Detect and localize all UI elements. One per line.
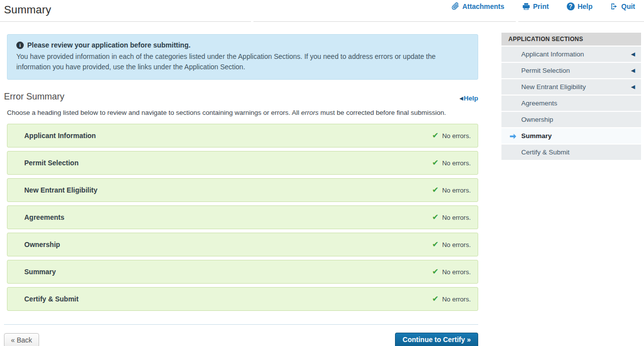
section-row-label: Agreements (24, 213, 64, 221)
sidebar-item-applicant-information[interactable]: Applicant Information ◀ (501, 47, 641, 63)
sign-out-icon (610, 2, 618, 10)
section-row-label: Summary (24, 268, 56, 276)
application-sections-sidebar: APPLICATION SECTIONS Applicant Informati… (501, 33, 641, 161)
quit-link[interactable]: Quit (610, 2, 635, 10)
status-text: No errors. (442, 214, 471, 221)
print-label: Print (533, 2, 549, 10)
status-text: No errors. (442, 132, 471, 140)
help-link-label: Help (464, 95, 478, 102)
section-row-status: ✔ No errors. (432, 295, 471, 303)
section-row-agreements[interactable]: Agreements ✔ No errors. (7, 205, 478, 229)
paperclip-icon (451, 2, 459, 10)
sidebar-item-label: Permit Selection (521, 67, 570, 74)
printer-icon (522, 2, 530, 10)
status-text: No errors. (442, 268, 471, 276)
check-icon: ✔ (432, 132, 439, 140)
sidebar-item-label: Applicant Information (521, 50, 584, 58)
sidebar-item-label: Certify & Submit (521, 148, 570, 156)
section-row-certify-submit[interactable]: Certify & Submit ✔ No errors. (7, 287, 478, 311)
section-row-label: Applicant Information (24, 132, 96, 140)
footer-divider (4, 324, 478, 325)
sidebar-item-permit-selection[interactable]: Permit Selection ◀ (501, 63, 641, 79)
collapse-triangle-icon[interactable]: ◀ (631, 84, 635, 90)
notice-heading-text: Please review your application before su… (27, 41, 191, 49)
print-link[interactable]: Print (522, 2, 549, 10)
section-row-status: ✔ No errors. (432, 241, 471, 248)
attachments-link[interactable]: Attachments (451, 2, 504, 10)
error-summary-header: Error Summary ◀ Help (4, 92, 478, 102)
chevron-left-icon: ◀ (459, 96, 463, 101)
notice-body: You have provided information in each of… (16, 51, 462, 72)
collapse-triangle-icon[interactable]: ◀ (631, 51, 635, 57)
section-row-ownership[interactable]: Ownership ✔ No errors. (7, 233, 478, 256)
back-button[interactable]: « Back (4, 333, 39, 346)
check-icon: ✔ (432, 159, 439, 167)
error-summary-help-link[interactable]: ◀ Help (459, 95, 478, 102)
error-summary-instructions: Choose a heading listed below to review … (7, 109, 478, 116)
notice-heading: i Please review your application before … (16, 41, 469, 49)
sidebar-item-label: New Entrant Eligibility (521, 83, 586, 91)
error-summary-list: Applicant Information ✔ No errors. Permi… (7, 124, 478, 311)
section-row-status: ✔ No errors. (432, 213, 471, 221)
error-summary-title: Error Summary (4, 92, 64, 102)
check-icon: ✔ (432, 268, 439, 276)
sidebar-item-label: Agreements (521, 99, 557, 107)
main-content: i Please review your application before … (7, 22, 478, 346)
footer-buttons: « Back Continue to Certify » (4, 333, 478, 346)
section-row-status: ✔ No errors. (432, 186, 471, 194)
collapse-triangle-icon[interactable]: ◀ (631, 67, 635, 74)
status-text: No errors. (442, 296, 471, 303)
sidebar-title: APPLICATION SECTIONS (501, 33, 641, 47)
sidebar-item-label: Summary (521, 132, 552, 140)
review-notice-box: i Please review your application before … (7, 34, 478, 80)
quit-label: Quit (621, 2, 635, 10)
info-icon: i (16, 42, 24, 49)
status-text: No errors. (442, 159, 471, 167)
instructions-prefix: Choose a heading listed below to review … (7, 109, 301, 116)
section-row-label: Ownership (24, 241, 60, 248)
section-row-new-entrant-eligibility[interactable]: New Entrant Eligibility ✔ No errors. (7, 178, 478, 202)
section-row-summary[interactable]: Summary ✔ No errors. (7, 260, 478, 284)
section-row-label: Permit Selection (24, 159, 79, 167)
section-row-label: New Entrant Eligibility (24, 186, 98, 194)
section-row-status: ✔ No errors. (432, 132, 471, 140)
help-label-top: Help (578, 2, 593, 10)
section-row-status: ✔ No errors. (432, 159, 471, 167)
help-link-top[interactable]: ? Help (567, 2, 593, 10)
sidebar-item-label: Ownership (521, 116, 553, 123)
status-text: No errors. (442, 241, 471, 248)
current-section-arrow-icon (509, 132, 517, 142)
check-icon: ✔ (432, 213, 439, 221)
section-row-applicant-information[interactable]: Applicant Information ✔ No errors. (7, 124, 478, 148)
instructions-suffix: must be corrected before final submissio… (319, 109, 446, 116)
section-row-status: ✔ No errors. (432, 268, 471, 276)
check-icon: ✔ (432, 295, 439, 303)
page-header: Summary Attachments Print ? Help Quit (0, 0, 644, 21)
check-icon: ✔ (432, 186, 439, 194)
section-row-label: Certify & Submit (24, 295, 79, 303)
question-circle-icon: ? (567, 2, 575, 10)
attachments-label: Attachments (462, 2, 504, 10)
continue-to-certify-button[interactable]: Continue to Certify » (395, 333, 478, 346)
instructions-italic: errors (301, 109, 318, 116)
sidebar-item-ownership[interactable]: Ownership (501, 112, 641, 128)
sidebar-item-agreements[interactable]: Agreements (501, 96, 641, 112)
sidebar-item-summary[interactable]: Summary (501, 128, 641, 145)
section-row-permit-selection[interactable]: Permit Selection ✔ No errors. (7, 151, 478, 175)
status-text: No errors. (442, 187, 471, 194)
header-actions: Attachments Print ? Help Quit (451, 2, 635, 10)
check-icon: ✔ (432, 241, 439, 248)
sidebar-item-new-entrant-eligibility[interactable]: New Entrant Eligibility ◀ (501, 79, 641, 96)
sidebar-item-certify-submit[interactable]: Certify & Submit (501, 145, 641, 161)
